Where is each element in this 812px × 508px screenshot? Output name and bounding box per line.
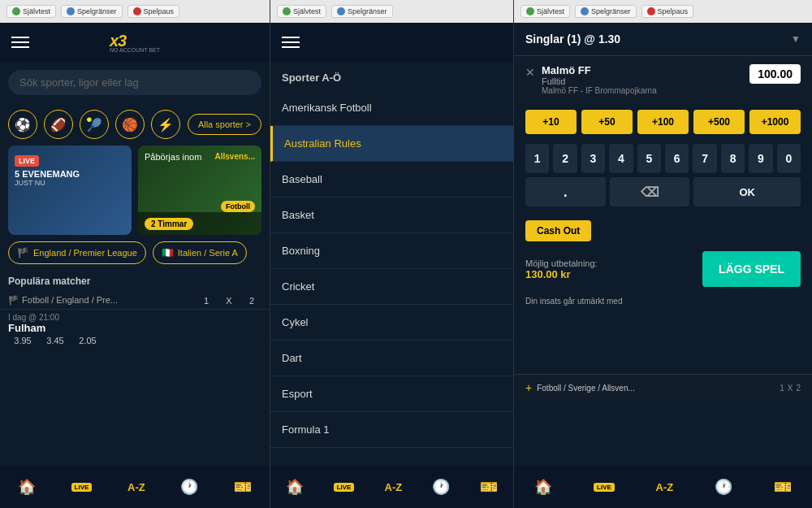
all-sports-button[interactable]: Alla sporter > <box>188 114 261 135</box>
hamburger-button-1[interactable] <box>11 37 29 48</box>
nav-live-2[interactable]: LIVE <box>334 483 355 492</box>
browser-tab-3-sjalvtest[interactable]: Självtest <box>520 5 570 18</box>
sport-item-cykel[interactable]: Cykel <box>270 305 513 341</box>
cashout-button[interactable]: Cash Out <box>525 220 591 241</box>
sport-label-baseball: Baseball <box>282 173 322 185</box>
browser-tab-3-spelgranser[interactable]: Spelgränser <box>575 5 637 18</box>
chevron-down-icon[interactable]: ▼ <box>791 33 801 45</box>
key-4[interactable]: 4 <box>609 144 633 173</box>
quick-btn-1000[interactable]: +1000 <box>749 110 801 134</box>
match-odds-x[interactable]: 3.45 <box>41 336 70 345</box>
bet-odds-display[interactable]: 100.00 <box>749 64 801 84</box>
nav-clock-1[interactable]: 🕐 <box>180 478 198 496</box>
sport-item-amerikanskfotboll[interactable]: Amerikansk Fotboll <box>270 90 513 126</box>
sport-icon-american-football[interactable]: 🏈 <box>44 110 73 139</box>
sport-item-boxning[interactable]: Boxning <box>270 233 513 269</box>
quick-btn-50[interactable]: +50 <box>581 110 633 134</box>
match-odds-row: 3.95 3.45 2.05 <box>8 336 261 345</box>
browser-tab-2-spelgranser[interactable]: Spelgränser <box>331 5 393 18</box>
browser-tab-spelpaus[interactable]: Spelpaus <box>127 5 180 18</box>
add-bet-icon[interactable]: + <box>525 381 532 394</box>
nav-az-1[interactable]: A-Z <box>127 481 145 493</box>
nav-home-2[interactable]: 🏠 <box>286 478 304 496</box>
key-5[interactable]: 5 <box>637 144 661 173</box>
nav-home-3[interactable]: 🏠 <box>534 478 552 496</box>
sport-label-esport: Esport <box>282 388 313 400</box>
key-dot[interactable]: . <box>525 177 606 206</box>
quick-amounts-row: +10 +50 +100 +500 +1000 <box>514 103 812 141</box>
tab-3-label-3: Spelpaus <box>658 7 689 15</box>
nav-home-1[interactable]: 🏠 <box>18 478 36 496</box>
league-btn-italy[interactable]: 🇮🇹 Italien / Serie A <box>153 241 247 264</box>
sport-icon-tennis[interactable]: 🎾 <box>80 110 109 139</box>
bottom-nav-3: 🏠 LIVE A-Z 🕐 🎫 <box>514 466 812 508</box>
nav-live-1[interactable]: LIVE <box>71 483 93 492</box>
quick-btn-10[interactable]: +10 <box>525 110 577 134</box>
sport-item-basket[interactable]: Basket <box>270 198 513 233</box>
browser-tab-sjalstest[interactable]: Självtest <box>6 5 56 18</box>
bottom-bet-odds: 1 X 2 <box>780 384 801 393</box>
favicon-green-2 <box>283 7 291 15</box>
key-6[interactable]: 6 <box>665 144 689 173</box>
payout-label: Möjlig utbetalning: <box>525 258 598 268</box>
quick-btn-500[interactable]: +500 <box>693 110 745 134</box>
sport-icon-other[interactable]: ⚡ <box>151 110 180 139</box>
nav-live-3[interactable]: LIVE <box>594 483 615 492</box>
browser-tab-spelgranser[interactable]: Spelgränser <box>61 5 123 18</box>
key-2[interactable]: 2 <box>553 144 577 173</box>
bottom-bet-row: + Fotboll / Sverige / Allsven... 1 X 2 <box>514 374 812 401</box>
nav-az-2[interactable]: A-Z <box>385 481 403 493</box>
key-7[interactable]: 7 <box>693 144 716 173</box>
banner-live[interactable]: LIVE 5 EVENEMANG JUST NU <box>8 145 132 235</box>
browser-bar-2: Självtest Spelgränser <box>270 0 513 23</box>
key-delete[interactable]: ⌫ <box>610 177 690 206</box>
bet-detail: ✕ Malmö FF Fulltid Malmö FF - IF Brommap… <box>514 56 812 103</box>
key-0[interactable]: 0 <box>777 144 801 173</box>
key-9[interactable]: 9 <box>749 144 772 173</box>
favicon-green <box>12 7 20 15</box>
sport-item-esport[interactable]: Esport <box>270 376 513 412</box>
odds-header-1: 1 <box>197 296 216 306</box>
nav-az-3[interactable]: A-Z <box>656 481 674 493</box>
sport-item-cricket[interactable]: Cricket <box>270 269 513 305</box>
match-odds-1[interactable]: 3.95 <box>8 336 37 345</box>
key-ok[interactable]: OK <box>693 177 801 206</box>
browser-tab-3-spelpaus[interactable]: Spelpaus <box>641 5 694 18</box>
tab-sjalvtest-label: Självtest <box>23 7 50 15</box>
nav-ticket-1[interactable]: 🎫 <box>234 478 252 496</box>
key-3[interactable]: 3 <box>581 144 605 173</box>
league-btn-england[interactable]: 🏴 England / Premier League <box>8 241 146 264</box>
key-8[interactable]: 8 <box>721 144 745 173</box>
home-icon-2: 🏠 <box>286 478 304 496</box>
hamburger-button-2[interactable] <box>282 37 300 48</box>
sport-icon-basketball[interactable]: 🏀 <box>115 110 145 139</box>
banner-upcoming[interactable]: Påbörjas inom Allsvens... 2 Timmar Fotbo… <box>138 145 261 235</box>
nav-ticket-2[interactable]: 🎫 <box>480 478 498 496</box>
match-odds-2[interactable]: 2.05 <box>73 336 102 345</box>
logo-area-1: x3 NO ACCOUNT BET <box>110 32 160 53</box>
sport-item-australianrules[interactable]: Australian Rules <box>270 126 513 162</box>
bet-team-info: Malmö FF Fulltid Malmö FF - IF Brommapoj… <box>542 64 743 95</box>
nav-ticket-3[interactable]: 🎫 <box>774 478 792 496</box>
quick-btn-100[interactable]: +100 <box>637 110 689 134</box>
keypad-row-2: . ⌫ OK <box>525 177 801 206</box>
sport-item-dart[interactable]: Dart <box>270 341 513 376</box>
fotboll-badge: Fotboll <box>221 201 255 212</box>
nav-clock-2[interactable]: 🕐 <box>432 478 450 496</box>
sport-icon-soccer[interactable]: ⚽ <box>8 110 37 139</box>
sport-item-baseball[interactable]: Baseball <box>270 162 513 198</box>
live-nav-badge-3: LIVE <box>594 483 615 492</box>
sport-item-formula1[interactable]: Formula 1 <box>270 412 513 448</box>
panel-sports-menu: Självtest Spelgränser Sporter A-Ö Amerik… <box>270 0 514 508</box>
search-bar-1[interactable]: Sök sporter, ligor eller lag <box>8 70 261 95</box>
browser-tab-2-sjalvtest[interactable]: Självtest <box>277 5 326 18</box>
england-flag-icon: 🏴 <box>17 247 29 258</box>
lagg-spel-button[interactable]: LÄGG SPEL <box>702 251 801 287</box>
browser-bar: Självtest Spelgränser Spelpaus <box>0 0 270 23</box>
payout-area: Möjlig utbetalning: 130.00 kr LÄGG SPEL <box>514 248 812 293</box>
bet-type: Fulltid <box>542 76 743 86</box>
nav-clock-3[interactable]: 🕐 <box>715 478 732 496</box>
browser-bar-3: Självtest Spelgränser Spelpaus <box>514 0 812 23</box>
close-bet-button[interactable]: ✕ <box>525 66 535 79</box>
key-1[interactable]: 1 <box>525 144 549 173</box>
